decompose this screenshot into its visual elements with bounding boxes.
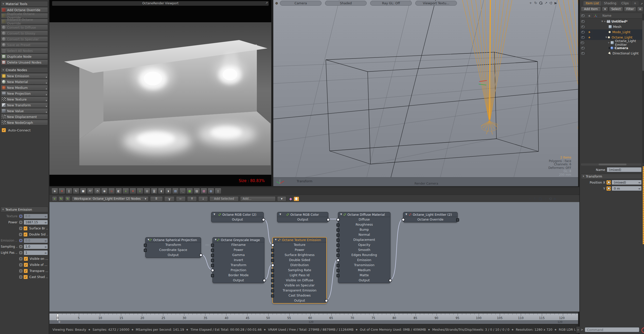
node-octane-greyscale-image[interactable]: ▼Octane Greyscale Image abcFilename Powe… [212,237,264,283]
convert-to-specular-button[interactable]: Convert to Specular [1,36,48,42]
stepper-icon[interactable]: ◂▸ [44,239,47,242]
input-port[interactable] [271,294,274,298]
pin-diamond-icon[interactable]: ◆ [289,197,292,201]
render-column-icon[interactable]: + [586,14,593,18]
delete-unused-nodes-button[interactable]: Delete Unused Nodes [1,60,48,65]
node-header[interactable]: ▼Octane Diffuse Material [338,212,390,217]
visible-diffuse-checkbox[interactable]: ✓ [24,257,28,261]
disc-left-icon[interactable]: ◖ [158,188,165,194]
port-row[interactable]: Displacement [338,237,390,242]
channel-toggle[interactable] [19,269,23,273]
region-icon[interactable]: ◈ [51,188,58,194]
visible-specular-checkbox[interactable]: ✓ [24,263,28,267]
input-port[interactable] [336,228,339,232]
input-port[interactable] [336,264,339,267]
material-tools-header[interactable]: ▼ Material Tools [1,1,48,7]
preview-icon[interactable]: ▩ [186,188,193,194]
node-graph-canvas[interactable]: ▼Octane RGB Color (2) Output ▼Octane RGB… [49,202,579,311]
position-y-field[interactable]: 0 m◂▸ [612,186,642,191]
input-port[interactable] [211,259,214,262]
stepper-icon[interactable]: ◂▸ [638,181,641,184]
port-row[interactable]: Surface Brightness [273,252,326,258]
tree-row-modo-light[interactable]: + Modo_Light [580,29,642,35]
input-port[interactable] [211,254,214,257]
double-sided-checkbox[interactable]: ✓ [23,232,28,237]
eye-icon[interactable] [580,31,586,33]
restart-render-icon[interactable]: ↻ [73,188,79,194]
tab-item-list[interactable]: Item List [583,1,601,6]
expander-icon[interactable]: ▼ [605,36,607,38]
gear-icon[interactable] [549,198,552,200]
3d-viewport[interactable]: Camera Shaded Ray GL: Off Viewport Textu… [273,0,579,186]
duplicate-node-button[interactable]: Duplicate Node [1,54,48,59]
input-port[interactable] [211,244,214,247]
port-row[interactable]: Transform [146,242,201,247]
nav-back-icon[interactable]: ← [176,196,186,202]
autofocus-icon[interactable]: AF [87,188,94,194]
input-port[interactable] [336,239,339,242]
zoom-icon[interactable] [539,197,542,200]
render-flag-icon[interactable]: + [586,35,593,39]
eye-icon[interactable] [580,42,585,44]
list-options-icon[interactable]: ≡ [637,7,643,12]
input-port[interactable] [271,254,274,257]
tab-camera[interactable]: Camera [280,1,321,6]
light-pass-value-field[interactable]: 1◂▸ [24,250,48,255]
properties-side-tab[interactable] [643,166,644,244]
input-port[interactable] [144,249,147,252]
output-port[interactable] [327,218,330,221]
tree-layout-icon[interactable]: ╥ [164,196,174,202]
collapse-icon[interactable]: ▼ [213,213,215,215]
add-item-button[interactable]: Add Item [581,7,601,12]
checker-icon[interactable]: ▧ [201,188,207,194]
node-header[interactable]: ▼Octane RGB Color (2) [211,212,263,217]
layers-icon[interactable]: ▤ [172,188,179,194]
input-port[interactable] [271,284,274,287]
collapse-icon[interactable]: ▼ [148,238,149,241]
node-octane-rgb-color-2[interactable]: ▼Octane RGB Color (2) Output [211,212,264,222]
abort-render-icon[interactable]: × [59,188,65,194]
channel-toggle[interactable] [19,275,23,279]
input-port[interactable] [271,289,274,292]
node-octane-spherical-projection[interactable]: ▼Octane Spherical Projection Transform C… [145,237,201,258]
input-port[interactable] [211,274,214,277]
position-x-field[interactable]: (mixed)◂▸ [612,180,642,185]
viewport-menu-dot[interactable] [275,2,278,5]
more-icon[interactable]: ▶ [554,1,557,5]
gear-icon[interactable] [550,2,552,4]
tab-ray-gl[interactable]: Ray GL: Off [370,1,412,6]
channel-toggle[interactable] [19,214,23,219]
input-port[interactable] [336,233,339,237]
port-row[interactable]: Smooth [338,247,390,252]
port-row[interactable]: Output [146,252,201,258]
node-octane-diffuse-material[interactable]: ▼Octane Diffuse Material Diffuse Roughne… [338,212,390,283]
new-transform-button[interactable]: New Transform [1,102,48,108]
texture-emission-header[interactable]: ▼ Texture Emission [1,207,48,212]
render-region-icon[interactable]: ▫ [108,188,115,194]
port-row[interactable]: Output [273,298,326,303]
channel-toggle[interactable] [19,226,23,231]
input-port[interactable] [336,269,339,272]
save-as-preset-button[interactable]: Save as Preset [1,42,48,48]
add-node-icon[interactable]: + [52,196,57,201]
eye-icon[interactable] [580,20,586,23]
collapse-icon[interactable]: ▼ [279,213,281,215]
eye-icon[interactable] [580,52,586,55]
input-port[interactable] [336,259,340,262]
tree-row-scene[interactable]: ▼+Untitled* [580,19,642,24]
new-value-button[interactable]: New Value [1,108,48,114]
tree-row-directional-light[interactable]: Directional Light [580,51,642,56]
port-row[interactable]: Bump [338,227,390,232]
output-port[interactable] [456,218,459,222]
image-icon[interactable]: ▨ [193,188,200,194]
input-port[interactable] [271,249,274,252]
stepper-icon[interactable]: ◂▸ [44,245,47,248]
name-field[interactable]: (mixed) [607,167,642,172]
port-row[interactable]: Light Pass Id [273,273,326,278]
select-all-nodes-button[interactable]: Select All Nodes [1,48,48,53]
node-octane-light-emitter-2[interactable]: ▼Octane_Light Emitter (2) Octane Overrid… [403,212,458,222]
select-button[interactable]: Select [609,7,623,12]
command-input[interactable] [585,327,639,332]
add-reference-icon[interactable]: ↻ [65,196,70,201]
stepper-icon[interactable]: ◂▸ [44,215,47,218]
